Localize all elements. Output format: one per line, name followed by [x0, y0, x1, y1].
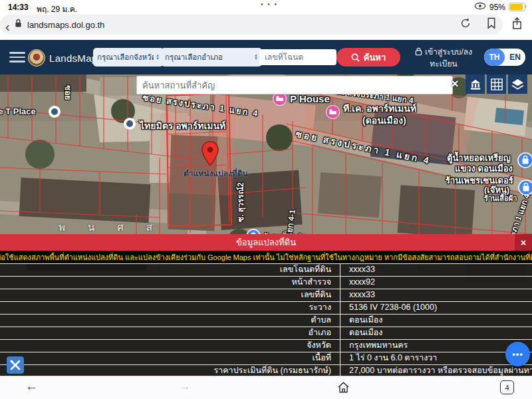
select-arrows-icon: ▲▼ — [254, 54, 258, 61]
map-canvas[interactable]: ซอย สรงประภา 1 แยก 4 ซอย สรงประภา 1 แยก … — [0, 74, 532, 376]
table-row: หน้าสำรวจxxxx92 — [0, 277, 532, 289]
menu-icon[interactable] — [9, 52, 25, 65]
tools-icon — [10, 360, 21, 370]
parcel-pin-icon — [201, 141, 219, 169]
browser-back-button[interactable]: ‹ — [5, 19, 10, 35]
parcel-info-title: ข้อมูลแปลงที่ดิน — [236, 235, 296, 249]
table-row: ตำบลดอนเมือง — [0, 315, 532, 327]
battery-icon — [509, 3, 525, 11]
address-bar[interactable]: landsmaps.dol.go.th — [0, 15, 503, 35]
reload-icon[interactable] — [460, 17, 471, 32]
poi-hotel-icon[interactable] — [326, 105, 339, 118]
measure-tools-button[interactable] — [7, 356, 24, 374]
poi-store-icon[interactable] — [518, 180, 531, 193]
poi-dot-icon[interactable] — [48, 105, 61, 118]
poi-dot-icon[interactable] — [123, 117, 136, 130]
ssl-lock-icon — [15, 19, 22, 31]
privacy-eye-icon — [474, 2, 486, 12]
grid-icon — [491, 78, 503, 90]
table-row: จังหวัดกรุงเทพมหานคร — [0, 340, 532, 352]
map-search-input[interactable] — [136, 76, 453, 94]
district-select[interactable]: กรุณาเลือกอำเภอ ▲▼ — [161, 48, 262, 66]
poi-label-triple-t[interactable]: Triple T Place — [0, 106, 36, 116]
street-label-soi-vertical: ซอย — [62, 85, 74, 100]
status-bar: 14:33 พฤ. 29 ม.ค. • • • 95% — [0, 0, 532, 15]
dol-logo — [28, 49, 45, 66]
lang-en-button[interactable]: EN — [505, 49, 525, 66]
home-icon — [336, 380, 350, 394]
parcel-home-button[interactable] — [466, 74, 485, 94]
home-button[interactable] — [336, 380, 350, 397]
table-row: เนื้อที่1 ไร่ 0 งาน 6.0 ตารางวา — [0, 352, 532, 365]
area-name-letters: พนศส — [59, 219, 175, 235]
pin-caption: ตำแหน่งแปลงที่ดิน — [184, 167, 248, 180]
login-register-link[interactable]: เข้าสู่ระบบ/ลงทะเบียน — [408, 47, 479, 69]
table-row: เลขที่ดินxxxx33 — [0, 289, 532, 302]
browser-toolbar: ‹ landsmaps.dol.go.th — [0, 15, 532, 40]
lang-th-button[interactable]: TH — [484, 49, 505, 66]
province-select[interactable]: กรุณาเลือกจังหวัด ▲▼ — [93, 48, 164, 66]
bookmark-icon[interactable] — [486, 17, 497, 32]
map-search-clear-button[interactable]: × — [447, 75, 463, 92]
poi-label-clothes-shop[interactable]: ร้านเสื้อผ้า — [484, 192, 517, 204]
poi-label-tk-apartment-2: (ดอนเมือง) — [362, 113, 406, 128]
nav-back-button[interactable]: ← — [25, 379, 38, 394]
nav-forward-button[interactable]: → — [178, 379, 191, 394]
battery-percent: 95% — [489, 3, 505, 12]
layers-button[interactable] — [508, 74, 527, 94]
url-text: landsmaps.dol.go.th — [27, 20, 104, 30]
table-row: อำเภอดอนเมือง — [0, 327, 532, 340]
panel-close-button[interactable]: × — [515, 234, 532, 251]
table-row: ระวาง5136 IV 7238-06 (1000) — [0, 302, 532, 315]
tabs-button[interactable]: 4 — [500, 380, 514, 394]
poi-label-p-house[interactable]: P House — [290, 93, 330, 104]
table-row: ราคาประเมินที่ดิน (กรมธนารักษ์) 27,000 บ… — [0, 365, 532, 376]
parcel-info-banner: ข้อมูลแปลงที่ดิน × — [0, 234, 532, 251]
search-button[interactable]: ค้นหา — [336, 48, 400, 66]
status-date: พฤ. 29 ม.ค. — [37, 3, 77, 15]
language-toggle: TH EN — [484, 49, 525, 66]
select-arrows-icon: ▲▼ — [156, 54, 160, 61]
poi-store-icon[interactable] — [517, 152, 531, 166]
multitask-dots-icon: • • • — [261, 1, 278, 8]
grid-view-button[interactable] — [487, 74, 506, 94]
browser-bottom-bar — [0, 376, 532, 399]
status-right: 95% — [474, 2, 525, 12]
street-label-soi-suwan: ซ. สุวรรณ์2 — [234, 182, 247, 222]
login-lock-icon — [415, 47, 422, 59]
layers-icon — [511, 78, 524, 90]
search-icon — [351, 53, 360, 62]
share-icon[interactable] — [511, 17, 523, 33]
disclaimer-strip: ข้อมูลนี้เพื่อใช้แสดงสภาพพื้นที่ตำแหน่งแ… — [0, 251, 532, 263]
bank-icon — [469, 78, 481, 90]
parcel-data-table: เลขโฉนดที่ดินxxxx33 หน้าสำรวจxxxx92 เลขท… — [0, 263, 532, 376]
more-actions-fab[interactable]: ••• — [505, 342, 530, 366]
table-row: เลขโฉนดที่ดินxxxx33 — [0, 264, 532, 277]
clock: 14:33 — [8, 3, 29, 12]
poi-label-thaimit[interactable]: ไทยมิตร อพาร์ทเมนท์ — [140, 118, 225, 133]
deed-number-input[interactable] — [259, 49, 336, 65]
